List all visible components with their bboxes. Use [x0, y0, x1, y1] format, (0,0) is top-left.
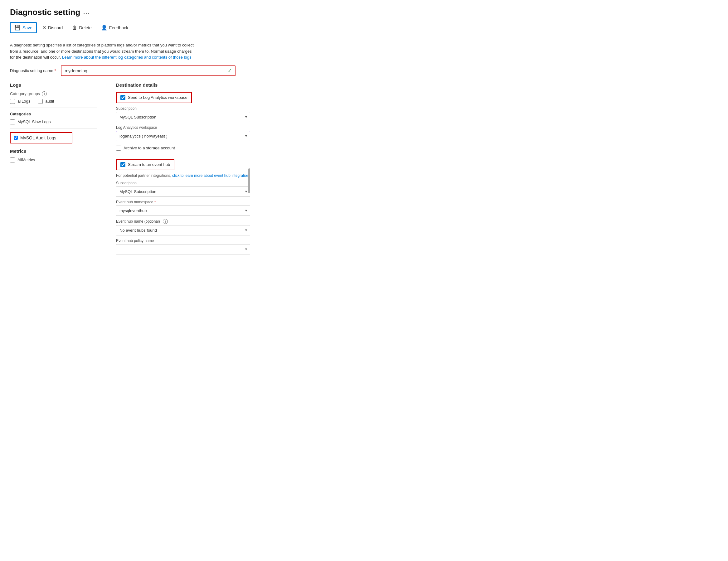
eh-name-select[interactable]: No event hubs found — [116, 225, 250, 235]
metrics-section: Metrics AllMetrics — [10, 148, 97, 162]
eh-subscription-label: Subscription — [116, 181, 250, 185]
partner-link[interactable]: click to learn more about event hub inte… — [172, 173, 250, 178]
archive-option: Archive to a storage account — [116, 146, 250, 151]
event-hub-label: Stream to an event hub — [128, 162, 170, 167]
destination-title: Destination details — [116, 82, 250, 88]
discard-label: Discard — [48, 25, 63, 30]
delete-button[interactable]: 🗑 Delete — [68, 23, 95, 33]
discard-icon: ✕ — [42, 25, 46, 31]
eh-policy-select-wrap: ▾ — [116, 244, 250, 254]
partner-text: For potential partner integrations, clic… — [116, 173, 250, 178]
left-panel: Logs Category groups i allLogs audit Cat… — [10, 82, 97, 254]
scrollbar[interactable] — [248, 168, 250, 193]
audit-checkbox[interactable] — [38, 99, 43, 104]
la-workspace-label: Log Analytics workspace — [116, 125, 250, 130]
eh-namespace-label: Event hub namespace * — [116, 200, 250, 204]
allLogs-checkbox-item[interactable]: allLogs — [10, 99, 30, 104]
category-groups-info-icon[interactable]: i — [42, 91, 47, 96]
eh-namespace-select-wrap: mysqleventhub ▾ — [116, 206, 250, 216]
learn-more-link[interactable]: Learn more about the different log categ… — [62, 55, 192, 60]
right-panel-container: Destination details Send to Log Analytic… — [116, 82, 250, 254]
divider-2 — [10, 128, 97, 128]
setting-name-row: Diagnostic setting name * ✓ — [10, 65, 718, 76]
la-workspace-select-wrap: loganalytics ( norwayeast ) ▾ — [116, 131, 250, 141]
divider-3 — [116, 155, 250, 155]
categories-title: Categories — [10, 112, 97, 116]
la-subscription-label: Subscription — [116, 106, 250, 111]
page-title: Diagnostic setting — [10, 7, 80, 17]
mysql-audit-logs-item: MySQL Audit Logs — [10, 132, 72, 143]
eh-namespace-required: * — [154, 200, 156, 204]
eh-subscription-select[interactable]: MySQL Subscription — [116, 186, 250, 197]
categories-section: Categories MySQL Slow Logs MySQL Audit L… — [10, 112, 97, 143]
mysql-slow-logs-label: MySQL Slow Logs — [17, 119, 51, 124]
category-groups-checkboxes: allLogs audit — [10, 99, 97, 104]
audit-checkbox-item[interactable]: audit — [38, 99, 54, 104]
mysql-slow-logs-checkbox[interactable] — [10, 119, 15, 124]
archive-label: Archive to a storage account — [124, 146, 175, 150]
save-button[interactable]: 💾 Save — [10, 22, 37, 33]
event-hub-checkbox[interactable] — [120, 162, 125, 167]
save-icon: 💾 — [14, 25, 21, 31]
right-panel: Destination details Send to Log Analytic… — [116, 82, 250, 254]
mysql-audit-logs-checkbox[interactable] — [14, 136, 18, 140]
event-hub-option: Stream to an event hub — [116, 159, 174, 170]
eh-policy-select[interactable] — [116, 244, 250, 254]
main-content: Logs Category groups i allLogs audit Cat… — [10, 82, 718, 254]
setting-name-input-wrap: ✓ — [61, 65, 235, 76]
delete-icon: 🗑 — [72, 25, 77, 31]
setting-name-label: Diagnostic setting name * — [10, 68, 56, 73]
feedback-label: Feedback — [109, 25, 128, 30]
audit-label: audit — [45, 99, 54, 104]
setting-name-input[interactable] — [61, 66, 228, 75]
metrics-title: Metrics — [10, 148, 97, 154]
logs-section-title: Logs — [10, 82, 97, 88]
la-workspace-select[interactable]: loganalytics ( norwayeast ) — [116, 131, 250, 141]
toolbar: 💾 Save ✕ Discard 🗑 Delete 👤 Feedback — [10, 22, 718, 37]
feedback-icon: 👤 — [101, 25, 107, 31]
allmetrics-item[interactable]: AllMetrics — [10, 157, 97, 162]
eh-name-label: Event hub name (optional) i — [116, 219, 250, 224]
save-label: Save — [22, 25, 32, 30]
la-subscription-select[interactable]: MySQL Subscription — [116, 112, 250, 122]
feedback-button[interactable]: 👤 Feedback — [97, 22, 132, 33]
divider-1 — [10, 108, 97, 108]
log-analytics-checkbox[interactable] — [120, 95, 125, 100]
description-text: A diagnostic setting specifies a list of… — [10, 42, 197, 60]
allmetrics-checkbox[interactable] — [10, 157, 15, 162]
mysql-audit-logs-label: MySQL Audit Logs — [20, 135, 56, 140]
category-groups-label: Category groups i — [10, 91, 97, 96]
allmetrics-label: AllMetrics — [17, 157, 35, 162]
allLogs-checkbox[interactable] — [10, 99, 15, 104]
la-subscription-select-wrap: MySQL Subscription ▾ — [116, 112, 250, 122]
eh-subscription-select-wrap: MySQL Subscription ▾ — [116, 186, 250, 197]
eh-policy-label: Event hub policy name — [116, 239, 250, 243]
required-star: * — [54, 68, 56, 73]
allLogs-label: allLogs — [17, 99, 30, 104]
mysql-slow-logs-item[interactable]: MySQL Slow Logs — [10, 119, 97, 124]
log-analytics-option: Send to Log Analytics workspace — [116, 92, 192, 103]
page-menu-dots[interactable]: ... — [83, 9, 90, 16]
discard-button[interactable]: ✕ Discard — [38, 22, 67, 33]
eh-name-info-icon[interactable]: i — [163, 219, 168, 224]
delete-label: Delete — [79, 25, 91, 30]
eh-name-select-wrap: No event hubs found ▾ — [116, 225, 250, 235]
log-analytics-label: Send to Log Analytics workspace — [128, 95, 187, 100]
eh-namespace-select[interactable]: mysqleventhub — [116, 206, 250, 216]
archive-checkbox[interactable] — [116, 146, 121, 151]
check-icon: ✓ — [228, 68, 235, 74]
